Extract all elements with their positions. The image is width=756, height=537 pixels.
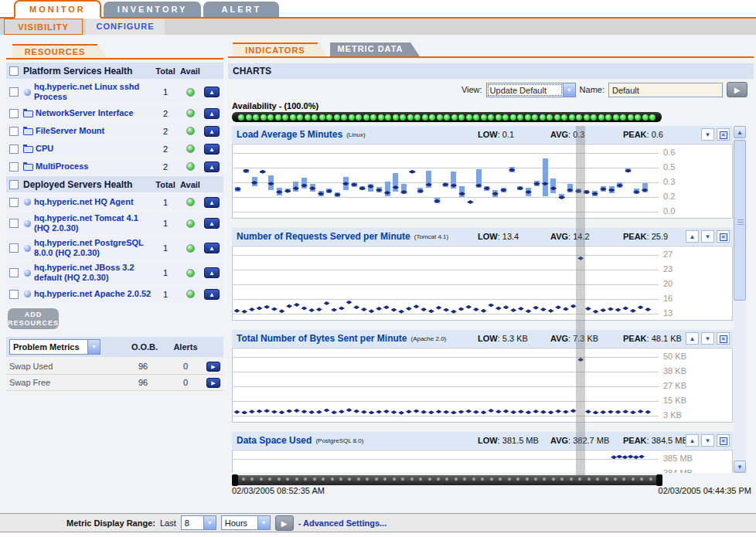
close-icon: × bbox=[720, 233, 727, 241]
time-range-slider[interactable] bbox=[232, 475, 662, 485]
slider-tick bbox=[569, 478, 574, 483]
row-checkbox[interactable] bbox=[9, 87, 19, 97]
expand-arrow-button[interactable]: ▲ bbox=[204, 87, 220, 97]
indicators-panel: INDICATORS METRIC DATA CHARTS View: Upda… bbox=[228, 42, 756, 512]
name-input[interactable]: Default bbox=[608, 83, 723, 97]
axis-tick-label: 16 bbox=[663, 294, 729, 303]
tab-inventory[interactable]: INVENTORY bbox=[104, 2, 202, 17]
resource-link[interactable]: hq.hyperic.net HQ Agent bbox=[34, 197, 152, 207]
chart-close-button[interactable]: × bbox=[717, 332, 730, 345]
tab-monitor[interactable]: MONITOR bbox=[14, 0, 101, 19]
row-checkbox[interactable] bbox=[9, 144, 19, 154]
scrollbar-track[interactable] bbox=[734, 138, 746, 461]
data-point-marker bbox=[279, 410, 285, 414]
chevron-down-icon[interactable]: ▼ bbox=[257, 516, 270, 529]
chart-move-up-button[interactable]: ▲ bbox=[686, 230, 699, 243]
chart-move-down-button[interactable]: ▼ bbox=[701, 434, 714, 447]
green-led-icon bbox=[341, 114, 347, 121]
resource-link[interactable]: FileServer Mount bbox=[36, 126, 152, 136]
resource-link[interactable]: hq.hyperic.net Apache 2.0.52 bbox=[34, 289, 152, 299]
range-bar bbox=[550, 178, 556, 193]
chevron-down-icon[interactable]: ▼ bbox=[563, 83, 575, 97]
folder-icon bbox=[23, 164, 33, 171]
advanced-settings-link[interactable]: - Advanced Settings... bbox=[298, 518, 387, 528]
tab-indicators[interactable]: INDICATORS bbox=[233, 42, 318, 56]
chart-close-button[interactable]: × bbox=[717, 128, 730, 141]
tab-alert[interactable]: ALERT bbox=[203, 2, 279, 17]
chart-title-link[interactable]: Number of Requests Served per Minute bbox=[237, 231, 410, 242]
chart-move-down-button[interactable]: ▼ bbox=[701, 332, 714, 345]
chart-subtitle: (Tomcat 4.1) bbox=[414, 233, 448, 240]
resource-link[interactable]: hq.hyperic.net Tomcat 4.1 (HQ 2.0.30) bbox=[34, 213, 152, 233]
row-checkbox[interactable] bbox=[9, 219, 19, 228]
data-point-marker bbox=[286, 410, 292, 413]
scrollbar-thumb[interactable] bbox=[734, 140, 746, 301]
chart-title-link[interactable]: Load Average 5 Minutes bbox=[237, 129, 342, 140]
avg-stat: AVG: 382.7 MB bbox=[550, 436, 609, 445]
data-point-marker bbox=[548, 410, 554, 414]
resource-link[interactable]: hq.hyperic.net JBoss 3.2 default (HQ 2.0… bbox=[34, 263, 152, 283]
chart-move-up-button[interactable]: ▲ bbox=[686, 434, 699, 447]
chart-move-up-button[interactable]: ▲ bbox=[686, 332, 699, 345]
expand-arrow-button[interactable]: ▲ bbox=[204, 197, 220, 208]
range-unit-value: Hours bbox=[222, 516, 257, 529]
resource-link[interactable]: hq.hyperic.net PostgreSQL 8.0.0 (HQ 2.0.… bbox=[34, 238, 152, 258]
chevron-down-icon[interactable]: ▼ bbox=[203, 516, 216, 529]
apply-view-button[interactable]: ▶ bbox=[727, 82, 747, 97]
chart-title-link[interactable]: Total Number of Bytes Sent per Minute bbox=[237, 333, 407, 344]
expand-arrow-button[interactable]: ▲ bbox=[204, 218, 220, 229]
expand-arrow-button[interactable]: ▲ bbox=[204, 267, 220, 278]
slider-tick bbox=[454, 478, 458, 483]
select-all-checkbox[interactable] bbox=[9, 180, 19, 189]
avail-cell bbox=[179, 290, 202, 298]
problem-metrics-select[interactable]: Problem Metrics ▼ bbox=[9, 339, 100, 355]
expand-arrow-button[interactable]: ▲ bbox=[204, 161, 220, 172]
row-checkbox[interactable] bbox=[9, 127, 19, 136]
expand-arrow-button[interactable]: ▲ bbox=[204, 144, 220, 155]
row-checkbox[interactable] bbox=[9, 243, 19, 253]
charts-scrollbar[interactable]: ▲ ▼ bbox=[734, 126, 746, 473]
row-checkbox[interactable] bbox=[9, 109, 19, 118]
chevron-down-icon[interactable]: ▼ bbox=[87, 340, 100, 354]
resource-link[interactable]: CPU bbox=[36, 144, 152, 154]
apply-range-button[interactable]: ▶ bbox=[275, 515, 294, 531]
resource-link[interactable]: hq.hyperic.net Linux sshd Process bbox=[34, 82, 152, 102]
tab-metric-data[interactable]: METRIC DATA bbox=[330, 42, 410, 56]
scroll-up-icon[interactable]: ▲ bbox=[734, 126, 746, 138]
range-number-select[interactable]: 8 ▼ bbox=[181, 515, 216, 530]
row-checkbox[interactable] bbox=[9, 162, 19, 172]
expand-arrow-button[interactable]: ▲ bbox=[204, 243, 220, 253]
chart-metric-button[interactable]: ▶ bbox=[206, 378, 220, 388]
slider-tick bbox=[498, 478, 502, 483]
chart-metric-button[interactable]: ▶ bbox=[206, 362, 220, 372]
problem-metrics-bar: Problem Metrics ▼ O.O.B. Alerts bbox=[6, 337, 223, 357]
chart-title-link[interactable]: Data Space Used bbox=[237, 435, 312, 446]
slider-tick bbox=[295, 478, 299, 483]
data-point-marker bbox=[451, 310, 457, 314]
chart-close-button[interactable]: × bbox=[717, 434, 730, 447]
add-resources-button[interactable]: ADD RESOURCES bbox=[8, 308, 59, 329]
axis-tick-label: 15 KB bbox=[663, 396, 729, 405]
row-checkbox[interactable] bbox=[9, 290, 19, 299]
tab-resources[interactable]: RESOURCES bbox=[12, 44, 97, 58]
row-checkbox[interactable] bbox=[9, 198, 19, 207]
chart-move-down-button[interactable]: ▼ bbox=[701, 230, 714, 243]
expand-arrow-button[interactable]: ▲ bbox=[204, 289, 220, 300]
subnav-visibility[interactable]: VISIBILITY bbox=[4, 19, 83, 35]
range-unit-select[interactable]: Hours ▼ bbox=[221, 515, 271, 530]
view-select[interactable]: Update Default ▼ bbox=[486, 83, 576, 97]
expand-arrow-button[interactable]: ▲ bbox=[204, 108, 220, 119]
scroll-down-icon[interactable]: ▼ bbox=[734, 461, 746, 473]
chart-move-down-button[interactable]: ▼ bbox=[701, 128, 714, 141]
axis-tick-label: 50 KB bbox=[663, 352, 729, 361]
resource-link[interactable]: NetworkServer Interface bbox=[36, 108, 152, 118]
expand-arrow-button[interactable]: ▲ bbox=[204, 126, 220, 137]
resource-link[interactable]: MultiProcess bbox=[36, 161, 152, 172]
select-all-checkbox[interactable] bbox=[9, 66, 19, 76]
subnav-configure[interactable]: CONFIGURE bbox=[86, 19, 165, 35]
gridline bbox=[233, 197, 659, 198]
green-led-icon bbox=[297, 114, 303, 121]
data-point-marker bbox=[301, 410, 308, 413]
chart-close-button[interactable]: × bbox=[717, 230, 730, 243]
row-checkbox[interactable] bbox=[9, 268, 19, 277]
